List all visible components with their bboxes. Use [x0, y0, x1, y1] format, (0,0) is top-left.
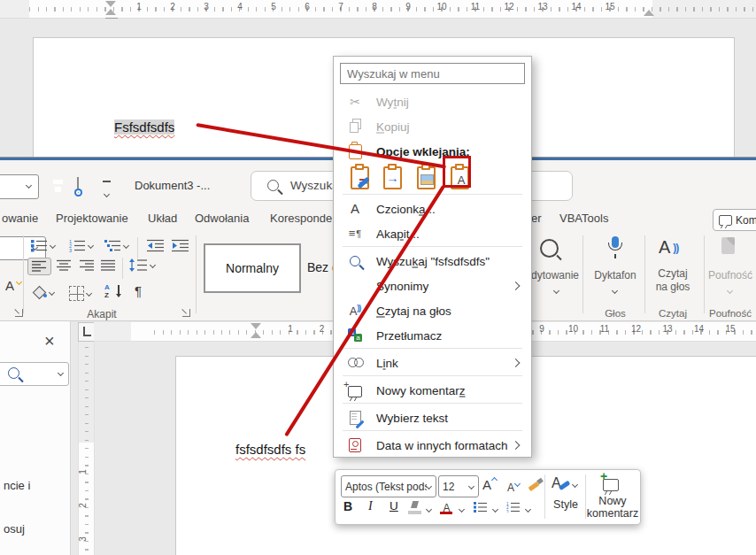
align-left-button[interactable]: [27, 258, 51, 275]
multilevel-list-button[interactable]: [104, 239, 128, 252]
justify-button[interactable]: [101, 259, 116, 272]
font-color-button[interactable]: [440, 499, 453, 514]
document-settings-button[interactable]: [77, 178, 79, 194]
paste-option-keep-source-formatting[interactable]: [346, 162, 373, 190]
tab-uklad[interactable]: Układ: [148, 212, 177, 225]
menu-item-synonyms[interactable]: Synonimy: [334, 274, 531, 297]
numbered-list-button[interactable]: 123: [69, 239, 93, 252]
style-normal[interactable]: Normalny: [204, 243, 301, 293]
bold-button[interactable]: B: [343, 499, 352, 513]
left-task-pane: ncie i osuj: [0, 321, 71, 555]
grow-font-button[interactable]: [482, 477, 497, 493]
menu-item-new-comment[interactable]: Nowy komentarz: [334, 378, 531, 402]
tab-deweloper-partial[interactable]: er: [531, 212, 542, 225]
sort-az-icon: AZ: [104, 284, 120, 300]
menu-item-date-formats[interactable]: Data w innych formatach: [334, 433, 531, 457]
font-size-combo[interactable]: 12: [438, 475, 479, 497]
shrink-font-button[interactable]: [507, 479, 520, 495]
sensitivity-button[interactable]: [721, 237, 735, 254]
close-pane-button[interactable]: [44, 334, 55, 351]
font-dialog-launcher[interactable]: [15, 309, 23, 317]
menu-separator: [343, 375, 522, 376]
ruler-number: 10: [568, 324, 578, 334]
numbering-button[interactable]: 123: [506, 502, 521, 513]
bullets-button[interactable]: [474, 502, 488, 513]
highlight-button[interactable]: [408, 501, 422, 514]
letter-a-icon: [482, 477, 491, 493]
menu-separator: [343, 348, 522, 349]
menu-item-search-selection[interactable]: Wyszukaj "fsfsdfsdfs": [334, 249, 531, 273]
text-effects-button[interactable]: [5, 278, 21, 294]
paragraph-dialog-launcher[interactable]: [182, 309, 190, 317]
menu-item-link[interactable]: Link: [334, 351, 531, 374]
borders-button[interactable]: [69, 286, 91, 301]
ruler-number: 14: [694, 324, 704, 334]
shading-button[interactable]: [31, 285, 54, 299]
pane-search-combo[interactable]: [0, 362, 69, 386]
editing-button[interactable]: [540, 239, 559, 258]
paste-option-merge-formatting[interactable]: [379, 162, 405, 190]
numbered-list-icon: 123: [69, 239, 86, 252]
chevron-down-icon: [459, 506, 465, 513]
copy-icon: [350, 120, 360, 133]
pilcrow-icon: [135, 283, 142, 299]
new-comment-button[interactable]: [603, 472, 619, 491]
multilevel-list-icon: [104, 239, 121, 252]
tab-projektowanie[interactable]: Projektowanie: [56, 212, 128, 225]
chevron-down-icon: [492, 506, 498, 513]
show-formatting-marks-button[interactable]: [135, 283, 142, 299]
numbered-list-icon: 123: [506, 502, 521, 513]
styles-button[interactable]: [552, 475, 577, 493]
align-left-icon: [32, 260, 47, 273]
underline-button[interactable]: U: [390, 499, 398, 513]
hanging-indent-marker[interactable]: [251, 332, 261, 338]
ruler-number: 2: [78, 503, 88, 508]
font-name-value: Aptos (Tekst pods: [342, 481, 427, 493]
search-icon: [350, 256, 360, 266]
link-icon: [348, 358, 363, 367]
decrease-indent-button[interactable]: [147, 239, 165, 252]
read-group-label: Czytaj: [646, 308, 699, 319]
bullet-list-button[interactable]: [31, 239, 55, 252]
sensitivity-badge-icon: [721, 237, 735, 254]
increase-indent-button[interactable]: [172, 239, 189, 252]
borders-icon: [69, 286, 84, 301]
format-painter-button[interactable]: [528, 478, 544, 491]
read-aloud-button[interactable]: [659, 237, 678, 258]
align-center-button[interactable]: [57, 259, 72, 272]
word-screenshot: 123456789101112131415 Fsfsdfsdfs Dokumen…: [0, 0, 756, 555]
chevron-down-icon: [16, 278, 22, 284]
comments-button[interactable]: Kom: [713, 209, 756, 231]
annotation-highlight-rect: [443, 156, 471, 188]
ruler-number: 1: [288, 324, 293, 334]
tab-korespondencja[interactable]: Koresponde: [270, 212, 332, 225]
menu-separator: [343, 194, 522, 195]
tab-vbatools[interactable]: VBATools: [559, 212, 608, 225]
qat-combo-fragment[interactable]: [0, 174, 39, 199]
font-name-combo[interactable]: Aptos (Tekst pods: [341, 475, 436, 497]
sensitivity-label: Poufność: [704, 269, 756, 281]
group-divider: [23, 235, 24, 313]
align-right-button[interactable]: [80, 259, 95, 272]
chevron-down-icon: [49, 289, 55, 295]
ruler-number: 11: [600, 324, 609, 334]
menu-item-select-text[interactable]: Wybierz tekst: [334, 405, 531, 429]
tab-stop-selector[interactable]: [78, 322, 95, 342]
ruler-number: 1: [78, 469, 88, 474]
vertical-ruler: 123: [78, 322, 95, 555]
find-icon: [540, 239, 559, 258]
menu-item-translate[interactable]: Przetłumacz: [334, 323, 531, 347]
read-aloud-label-line1: Czytaj: [646, 267, 699, 280]
first-line-indent-marker[interactable]: [251, 323, 261, 329]
menu-search-input[interactable]: [340, 63, 525, 84]
document-text[interactable]: fsfsdfsdfs fs: [235, 442, 305, 457]
quick-access-toolbar-menu-button[interactable]: [103, 181, 111, 200]
button-divider: [137, 237, 138, 258]
line-spacing-button[interactable]: [129, 258, 155, 272]
sort-button[interactable]: AZ: [104, 284, 120, 300]
tab-partial-left[interactable]: owanie: [2, 212, 38, 225]
tab-odwolania[interactable]: Odwołania: [195, 212, 249, 225]
dictate-button[interactable]: [607, 236, 623, 259]
menu-item-paragraph[interactable]: Akapit...: [334, 221, 531, 245]
line-spacing-icon: [129, 258, 148, 272]
